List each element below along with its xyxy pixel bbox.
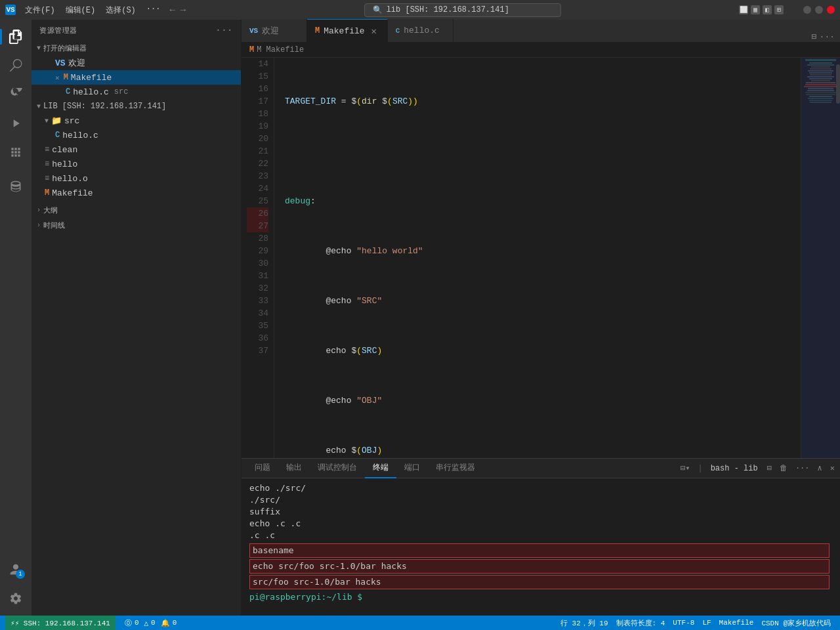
layout-btn[interactable]: ▦	[751, 5, 760, 14]
tab-makefile[interactable]: M Makefile ✕	[307, 19, 388, 42]
status-csdn[interactable]: CSDN @家乡机故代码	[757, 618, 835, 628]
tree-file-clean[interactable]: ≡ clean	[32, 142, 241, 157]
tree-folder-src[interactable]: ▼ 📁 src	[32, 114, 241, 128]
nav-forward[interactable]: →	[180, 5, 186, 15]
panel-tab-output[interactable]: 输出	[278, 459, 310, 478]
tab-makefile-close[interactable]: ✕	[369, 26, 379, 37]
activity-database[interactable]	[4, 175, 28, 198]
panel-tab-serial[interactable]: 串行监视器	[428, 459, 483, 478]
close-icon[interactable]: ✕	[55, 74, 60, 82]
terminal-line-2: ./src/	[249, 494, 832, 506]
terminal-line-3: suffix	[249, 506, 832, 518]
panel-tab-debug[interactable]: 调试控制台	[310, 459, 365, 478]
panel-tab-problems[interactable]: 问题	[247, 459, 278, 478]
menu-file[interactable]: 文件(F)	[21, 3, 59, 17]
panel-split-icon[interactable]: ⊟	[767, 463, 772, 473]
panel-content[interactable]: echo ./src/ ./src/ suffix echo .c .c .c …	[242, 478, 840, 616]
close-btn[interactable]	[827, 6, 835, 14]
status-ssh[interactable]: ⚡ ⚡ SSH: 192.168.137.141	[5, 616, 116, 630]
terminal-highlighted-1: basename	[249, 543, 830, 558]
panel-close-terminal-icon[interactable]: 🗑	[780, 463, 788, 473]
menu-more[interactable]: ···	[142, 3, 165, 17]
panel-layout-icon[interactable]: ⊟▾	[681, 463, 690, 473]
open-file-hello-c-label: hello.c	[73, 87, 109, 97]
status-position[interactable]: 行 32，列 19	[556, 618, 612, 628]
section-timeline[interactable]: › 时间线	[32, 218, 241, 233]
breadcrumb: M M Makefile	[242, 43, 840, 58]
search-bar: 🔍 lib [SSH: 192.168.137.141]	[191, 3, 734, 17]
tab-welcome-label: 欢迎	[262, 25, 279, 37]
m-icon: M	[64, 73, 68, 82]
status-tab-size[interactable]: 制表符长度: 4	[612, 618, 669, 628]
csdn-text: CSDN @家乡机故代码	[761, 618, 831, 628]
panel-tab-ports[interactable]: 端口	[396, 459, 428, 478]
minimize-btn[interactable]	[803, 6, 811, 14]
section-open-editors[interactable]: ▼ 打开的编辑器	[32, 41, 241, 56]
sidebar: 资源管理器 ··· ▼ 打开的编辑器 VS 欢迎 ✕ M Makefile	[32, 20, 242, 616]
panel-toggle[interactable]: ⬜	[739, 5, 748, 14]
chevron-timeline-icon: ›	[37, 222, 41, 229]
c-icon: C	[66, 87, 70, 96]
section-outline[interactable]: › 大纲	[32, 203, 241, 218]
code-line-19: echo $(SRC)	[285, 345, 790, 357]
open-file-hello-c-suffix: src	[114, 87, 129, 96]
make-icon-hello-o: ≡	[45, 174, 49, 183]
code-line-18: @echo "SRC"	[285, 295, 790, 307]
open-file-welcome[interactable]: VS 欢迎	[32, 56, 241, 70]
activity-settings[interactable]	[4, 587, 28, 610]
tab-hello-c[interactable]: C hello.c	[388, 19, 453, 42]
terminal-prompt: pi@raspberrypi:~/lib $	[249, 592, 362, 602]
open-file-hello-c[interactable]: C hello.c src	[32, 85, 241, 99]
code-line-16: debug:	[285, 195, 790, 207]
panel-tabs: 问题 输出 调试控制台 终端 端口 串行监视器 ⊟▾ | bash - lib …	[242, 459, 840, 478]
sidebar-toggle[interactable]: ◧	[763, 5, 772, 14]
nav-back[interactable]: ←	[169, 5, 175, 15]
activity-search[interactable]	[4, 54, 28, 77]
tree-file-makefile[interactable]: M Makefile	[32, 186, 241, 200]
search-text: lib [SSH: 192.168.137.141]	[387, 5, 509, 14]
tab-welcome[interactable]: VS 欢迎	[242, 19, 307, 42]
more-tabs-icon[interactable]: ···	[820, 32, 835, 42]
minimap	[801, 58, 840, 458]
ssh-icon: ⚡	[10, 619, 15, 627]
panel-chevron-up-icon[interactable]: ∧	[818, 463, 822, 473]
terminal-highlighted-block: basename echo src/foo src-1.0/bar hacks …	[249, 543, 832, 590]
terminal-line-1: echo ./src/	[249, 482, 832, 494]
c-file-icon: C	[55, 131, 60, 140]
activity-explorer[interactable]	[4, 25, 28, 49]
tree-container: ▼ 打开的编辑器 VS 欢迎 ✕ M Makefile C hello.c sr…	[32, 41, 241, 616]
panel-tab-terminal[interactable]: 终端	[365, 459, 396, 478]
open-file-makefile[interactable]: ✕ M Makefile	[32, 70, 241, 85]
activity-account[interactable]: 1	[4, 558, 28, 581]
activity-bar: 1	[0, 20, 32, 616]
split-editor-icon[interactable]: ⊟	[812, 32, 817, 42]
code-line-15	[285, 145, 790, 158]
sidebar-header: 资源管理器 ···	[32, 20, 241, 41]
folder-icon: 📁	[51, 116, 62, 126]
tree-file-hello-c[interactable]: C hello.c	[32, 128, 241, 142]
error-icon: ⓪	[125, 618, 132, 628]
activity-extensions[interactable]	[4, 140, 28, 164]
code-editor: 14 15 16 17 18 19 20 21 22 23 24 25 26 2…	[242, 58, 840, 458]
panel-close-icon[interactable]: ✕	[830, 463, 835, 473]
search-input-box[interactable]: 🔍 lib [SSH: 192.168.137.141]	[364, 3, 561, 17]
status-encoding[interactable]: UTF-8	[669, 619, 698, 627]
menu-edit[interactable]: 编辑(E)	[62, 3, 100, 17]
menu-select[interactable]: 选择(S)	[102, 3, 140, 17]
maximize-btn[interactable]	[815, 6, 823, 14]
section-open-editors-label: 打开的编辑器	[43, 43, 87, 53]
tree-file-hello-o[interactable]: ≡ hello.o	[32, 171, 241, 186]
activity-source-control[interactable]	[4, 83, 28, 106]
status-language[interactable]: Makefile	[715, 619, 758, 627]
status-errors[interactable]: ⓪ 0 △ 0 🔔 0	[121, 618, 180, 628]
panel-more-icon[interactable]: ···	[795, 464, 810, 473]
sidebar-more-icon[interactable]: ···	[215, 25, 233, 35]
activity-run[interactable]	[4, 112, 28, 135]
code-content[interactable]: TARGET_DIR = $(dir $(SRC)) debug: @echo …	[274, 58, 801, 458]
terminal-highlighted-2: echo src/foo src-1.0/bar hacks	[249, 559, 830, 574]
grid-btn[interactable]: ⊞	[774, 5, 784, 14]
section-lib-ssh[interactable]: ▼ LIB [SSH: 192.168.137.141]	[32, 99, 241, 114]
tree-file-hello-c-label: hello.c	[62, 131, 98, 140]
tree-file-hello[interactable]: ≡ hello	[32, 157, 241, 171]
status-eol[interactable]: LF	[698, 619, 715, 627]
